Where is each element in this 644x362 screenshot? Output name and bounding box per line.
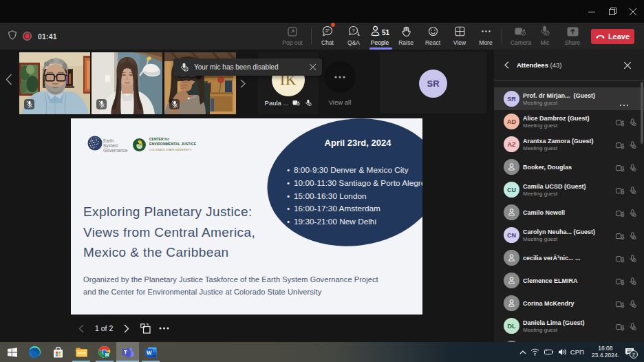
- tray-chevron-up-icon[interactable]: [519, 350, 526, 354]
- attendee-camera-off-icon: [616, 162, 625, 175]
- camera-off-icon: [515, 25, 527, 36]
- filmstrip-next-icon[interactable]: [240, 78, 246, 91]
- slide-navigation-bar: 1 of 2: [0, 315, 494, 342]
- next-slide-icon[interactable]: [124, 324, 129, 333]
- raise-button[interactable]: Raise: [391, 25, 421, 48]
- paula-camera-off-icon: [292, 100, 301, 106]
- meeting-timer: 01:41: [38, 32, 57, 41]
- chrome-icon: M: [98, 346, 111, 359]
- attendee-row[interactable]: SRProf. dr Mirjan... (Guest)Meeting gues…: [494, 87, 644, 110]
- tray-language-indicator[interactable]: СРП: [570, 348, 584, 356]
- share-button[interactable]: Share: [557, 25, 588, 48]
- close-window-button[interactable]: [619, 0, 644, 23]
- schedule-item: •15:00-16:30 London: [287, 190, 422, 203]
- video-tile-participant-1[interactable]: [19, 52, 90, 114]
- tray-battery-icon[interactable]: [544, 349, 554, 355]
- attendee-name: Arantxa Zamora (Guest): [523, 138, 594, 145]
- recording-indicator: [23, 32, 32, 41]
- filmstrip-prev-icon[interactable]: [6, 74, 12, 88]
- tray-clock[interactable]: 16:08 23.4.2024.: [592, 345, 619, 359]
- view-all-button[interactable]: View all: [324, 61, 356, 106]
- view-all-label: View all: [329, 98, 352, 106]
- attendee-name: Corina McKendry: [523, 300, 575, 307]
- attendee-avatar-initials: DL: [504, 318, 519, 334]
- person-avatar-icon: [504, 295, 519, 311]
- attendee-row[interactable]: [494, 337, 644, 342]
- attendee-mic-off-icon: [629, 253, 636, 266]
- taskbar-teams-button[interactable]: [116, 342, 139, 362]
- slide-more-icon[interactable]: [159, 327, 169, 330]
- attendee-mic-off-icon: [629, 185, 636, 198]
- attendee-avatar-initials: CU: [504, 182, 519, 198]
- tray-volume-icon[interactable]: [558, 348, 567, 356]
- edge-icon: [29, 346, 41, 358]
- attendee-row[interactable]: Booker, Douglas: [494, 156, 644, 178]
- attendee-role: Meeting guest: [523, 191, 557, 197]
- slide-grid-icon[interactable]: [140, 323, 151, 334]
- bullet: •: [287, 164, 294, 177]
- slide-footer-line: and the Center for Environmental Justice…: [83, 286, 378, 299]
- cej-text-line: COLORADO STATE UNIVERSITY: [149, 148, 196, 152]
- esg-logo: [87, 136, 103, 151]
- word-icon: [145, 347, 157, 358]
- cej-logo-text: CENTER for ENVIRONMENTAL JUSTICE COLORAD…: [149, 138, 196, 151]
- react-button[interactable]: React: [418, 25, 448, 48]
- attendee-row[interactable]: AZArantxa Zamora (Guest)Meeting guest: [494, 133, 644, 156]
- svg-text:?: ?: [352, 28, 354, 34]
- attendee-name: Clemence ELMIRA: [523, 277, 578, 284]
- attendee-more-icon[interactable]: [619, 97, 629, 109]
- system-tray: СРП 16:08 23.4.2024. 2: [514, 342, 644, 362]
- leave-button[interactable]: Leave: [591, 29, 634, 44]
- toast-close-icon[interactable]: [310, 63, 316, 72]
- mic-button[interactable]: Mic: [530, 25, 560, 48]
- attendee-row[interactable]: DLDaniela Lima (Guest)Meeting guest: [494, 315, 644, 337]
- tile-3-mic-muted-icon: [169, 99, 180, 109]
- toast-text: Your mic has been disabled: [194, 63, 279, 71]
- tray-wifi-icon[interactable]: [530, 348, 539, 356]
- taskbar-explorer-button[interactable]: [70, 342, 93, 362]
- attendee-mic-off-icon: [629, 208, 636, 220]
- attendee-row[interactable]: ADAlice Dambroz (Guest)Meeting guest: [494, 110, 644, 133]
- start-button[interactable]: [1, 342, 23, 362]
- person-avatar-icon: [504, 159, 519, 175]
- teams-meeting-window: 01:41 Pop out Chat: [0, 0, 644, 362]
- video-tile-participant-2[interactable]: [92, 52, 162, 114]
- sr-avatar: SR: [419, 70, 447, 98]
- attendee-row[interactable]: Corina McKendry: [494, 292, 644, 315]
- tray-time: 16:08: [598, 345, 612, 352]
- windows-taskbar: M: [0, 342, 644, 362]
- attendees-panel: Attendees (43) SRProf. dr Mirjan... (Gue…: [494, 50, 644, 342]
- panel-scrollbar-thumb[interactable]: [641, 82, 643, 144]
- esg-text-line: System: [103, 143, 127, 148]
- taskbar-store-button[interactable]: [47, 342, 69, 362]
- taskbar-word-button[interactable]: [140, 342, 162, 362]
- more-button[interactable]: More: [471, 25, 501, 48]
- attendee-row[interactable]: cecilia verÃ³nic... ...: [494, 246, 644, 269]
- attendee-row[interactable]: CUCamila UCSD (Guest)Meeting guest: [494, 178, 644, 201]
- attendee-row[interactable]: Clemence ELMIRA: [494, 269, 644, 292]
- schedule-item: •8:00-9:30 Denver & Mexico City: [287, 164, 422, 177]
- attendee-row[interactable]: CNCarolyn Neuha... (Guest)Meeting guest: [494, 224, 644, 246]
- close-panel-icon[interactable]: [624, 62, 631, 69]
- mic-off-icon: [539, 25, 550, 36]
- back-icon[interactable]: [504, 61, 509, 69]
- taskbar-chrome-button[interactable]: M: [93, 342, 116, 362]
- popout-button[interactable]: Pop out: [277, 25, 308, 48]
- slide-title-line: Exploring Planetary Justice:: [83, 202, 255, 222]
- taskbar-edge-button[interactable]: [23, 342, 46, 362]
- action-center-icon[interactable]: 2: [625, 348, 634, 356]
- video-tile-sr[interactable]: SR: [380, 52, 486, 114]
- attendee-mic-off-icon: [629, 162, 636, 175]
- window-titlebar: [0, 0, 644, 23]
- attendee-mic-off-icon: [629, 321, 636, 334]
- cej-logo: [133, 138, 146, 151]
- attendee-camera-off-icon: [616, 231, 625, 243]
- more-ellipsis-icon: [481, 25, 491, 36]
- attendee-mic-off-icon: [629, 117, 636, 129]
- attendee-row[interactable]: Camilo Newell: [494, 201, 644, 224]
- attendee-mic-off-icon: [629, 276, 636, 288]
- prev-slide-icon[interactable]: [78, 324, 84, 333]
- attendee-role: Meeting guest: [523, 145, 557, 151]
- react-smiley-icon: [428, 25, 438, 36]
- view-all-ellipsis-icon: [324, 61, 356, 93]
